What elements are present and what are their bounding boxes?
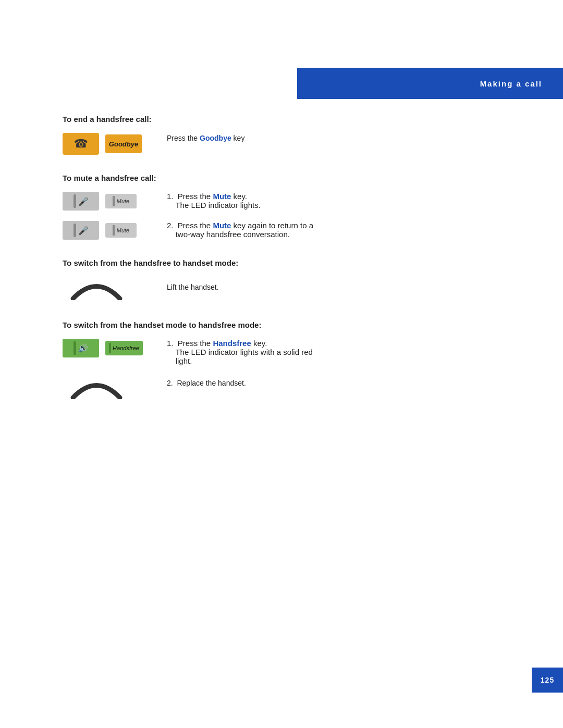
switch-handset-icons [63,277,156,302]
section-title-mute-handsfree: To mute a handsfree call: [63,174,511,182]
handset-arc-svg-2 [68,376,125,399]
handsfree-key-led [109,343,111,353]
handsfree-step-1-desc: 1. Press the Handsfree key. The LED indi… [167,339,511,365]
mute-device-button: 🎤 [63,192,99,211]
handsfree-step-1-row: 🔊 Handsfree 1. Press the Handsfree key. … [63,339,511,365]
section-end-handsfree: To end a handsfree call: ☎ Goodbye Press… [63,115,511,155]
mute-key-text-2: Mute [117,227,129,233]
section-body-end-handsfree: ☎ Goodbye Press the Goodbye key [63,133,511,155]
handset-icon: ☎ [74,137,88,151]
goodbye-highlight: Goodbye [200,134,231,142]
handsfree-step1-highlight: Handsfree [213,339,251,348]
mute-device-button-2: 🎤 [63,221,99,240]
handsfree-step-2-row: 2. Replace the handset. [63,376,511,401]
handset-arc-wrapper [63,277,125,302]
mic-icon: 🎤 [78,196,89,206]
handsfree-key-icon: Handsfree [105,341,143,355]
mute-key-label-icon: Mute [105,194,137,208]
mute-step-2-row: 🎤 Mute 2. Press the Mute key again to re… [63,221,511,240]
handsfree-step-1-icons: 🔊 Handsfree [63,339,156,357]
main-content: To end a handsfree call: ☎ Goodbye Press… [63,115,511,419]
mute-step-2-icons: 🎤 Mute [63,221,156,240]
mute-led-bar-2 [74,224,76,237]
mute-led-bar [74,194,76,208]
handsfree-step-2-num: 2. [167,379,173,387]
end-handsfree-description: Press the Goodbye key [167,133,511,144]
mute-step1-highlight: Mute [213,192,231,201]
handsfree-key-text: Handsfree [113,345,139,351]
section-switch-handsfree: To switch from the handset mode to hands… [63,320,511,401]
section-mute-handsfree: To mute a handsfree call: 🎤 Mute 1. Pres… [63,174,511,240]
handsfree-step-1-num: 1. [167,339,174,348]
handsfree-device-button: 🔊 [63,339,99,357]
mute-step-2-desc: 2. Press the Mute key again to return to… [167,221,511,239]
mute-step-1-desc: 1. Press the Mute key. The LED indicator… [167,192,511,209]
page-number: 125 [541,676,554,684]
page-number-box: 125 [532,668,563,693]
mute-key-led [113,196,115,206]
mute-step-1-icons: 🎤 Mute [63,192,156,211]
header-title: Making a call [480,79,542,88]
handsfree-led-bar [74,341,76,355]
mute-step-1-row: 🎤 Mute 1. Press the Mute key. The LED in… [63,192,511,211]
mute-step-1-num: 1. [167,192,174,201]
section-title-switch-handsfree: To switch from the handset mode to hands… [63,320,511,329]
mic-icon-2: 🎤 [78,226,89,236]
goodbye-key-label: Goodbye [109,140,138,148]
handset-arc-svg [68,277,125,300]
mute-step-2-num: 2. [167,221,174,230]
handsfree-step-2-icon [63,376,156,401]
mute-step2-highlight: Mute [213,221,231,230]
mute-key-label-icon-2: Mute [105,223,137,238]
mute-key-text: Mute [117,198,129,204]
switch-handset-description: Lift the handset. [167,277,511,293]
header-bar: Making a call [297,68,563,99]
phone-button-icon: ☎ [63,133,99,155]
end-handsfree-icons: ☎ Goodbye [63,133,156,155]
speaker-icon: 🔊 [78,343,88,353]
handsfree-step-2-desc: 2. Replace the handset. [167,376,511,389]
section-body-switch-handset: Lift the handset. [63,277,511,302]
section-switch-handset: To switch from the handsfree to handset … [63,258,511,302]
handset-arc-wrapper-2 [63,376,125,401]
section-title-switch-handset: To switch from the handsfree to handset … [63,258,511,267]
mute-key-led-2 [113,225,115,236]
section-title-end-handsfree: To end a handsfree call: [63,115,511,124]
goodbye-key-icon: Goodbye [105,134,142,153]
